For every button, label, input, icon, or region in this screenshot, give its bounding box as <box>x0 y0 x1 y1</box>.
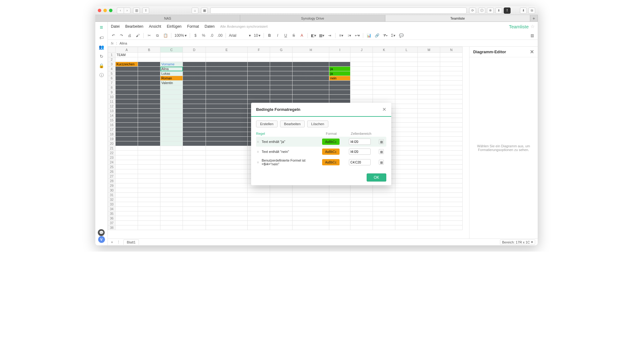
row-header-25[interactable]: 25 <box>108 165 116 169</box>
hamburger-icon[interactable]: ≡ <box>100 24 103 31</box>
cell-N12[interactable] <box>440 104 463 109</box>
minimize-window-icon[interactable] <box>103 9 107 12</box>
cell-A6[interactable] <box>116 76 138 81</box>
cell-E33[interactable] <box>206 202 248 207</box>
cell-E12[interactable] <box>206 104 248 109</box>
cell-N3[interactable] <box>440 62 463 67</box>
cell-E11[interactable] <box>206 99 248 104</box>
cell-A20[interactable] <box>116 141 138 146</box>
cell-H6[interactable]: Fan von Jon Prosser <box>293 76 329 81</box>
cell-A1[interactable]: TEAM <box>116 53 138 57</box>
cell-A11[interactable] <box>116 99 138 104</box>
cell-G34[interactable] <box>270 207 293 211</box>
downloads-icon[interactable]: ⬇ <box>520 7 527 14</box>
col-header-H[interactable]: H <box>293 47 329 53</box>
cell-C38[interactable] <box>160 225 183 230</box>
cell-M27[interactable] <box>418 174 440 179</box>
download-icon[interactable]: ⬇ <box>495 7 502 14</box>
cell-L14[interactable] <box>395 113 418 118</box>
col-header-N[interactable]: N <box>440 47 463 53</box>
row-header-30[interactable]: 30 <box>108 188 116 193</box>
cell-G30[interactable] <box>270 188 293 193</box>
cell-D16[interactable] <box>183 123 206 127</box>
row-header-16[interactable]: 16 <box>108 123 116 127</box>
cell-C9[interactable] <box>160 90 183 95</box>
cell-M36[interactable] <box>418 216 440 221</box>
cell-D36[interactable] <box>183 216 206 221</box>
cell-D27[interactable] <box>183 174 206 179</box>
cell-N6[interactable] <box>440 76 463 81</box>
cell-M13[interactable] <box>418 109 440 113</box>
cell-E23[interactable] <box>206 155 248 160</box>
cell-E22[interactable] <box>206 151 248 155</box>
cell-A13[interactable] <box>116 109 138 113</box>
cell-I32[interactable] <box>329 197 350 202</box>
cell-G4[interactable] <box>270 67 293 71</box>
home-icon[interactable]: ⌂ <box>192 7 198 14</box>
cell-L5[interactable] <box>395 71 418 76</box>
cell-K1[interactable] <box>373 53 395 57</box>
col-header-B[interactable]: B <box>138 47 160 53</box>
cell-B20[interactable] <box>138 141 160 146</box>
cell-C25[interactable] <box>160 165 183 169</box>
cell-D25[interactable] <box>183 165 206 169</box>
cell-E20[interactable] <box>206 141 248 146</box>
rule-row-2[interactable]: ≡Benutzerdefinierte Formel ist =$I4="nei… <box>256 157 386 168</box>
document-title[interactable]: Teamliste <box>509 24 529 29</box>
cell-C10[interactable] <box>160 95 183 99</box>
cell-L28[interactable] <box>395 179 418 183</box>
cell-M23[interactable] <box>418 155 440 160</box>
cell-M6[interactable] <box>418 76 440 81</box>
col-header-G[interactable]: G <box>270 47 293 53</box>
cell-C19[interactable] <box>160 137 183 141</box>
cell-A34[interactable] <box>116 207 138 211</box>
cell-L24[interactable] <box>395 160 418 165</box>
valign-icon[interactable]: ↕▾ <box>347 33 352 38</box>
cell-B8[interactable] <box>138 85 160 90</box>
cell-A19[interactable] <box>116 137 138 141</box>
cell-F34[interactable] <box>248 207 270 211</box>
cell-M12[interactable] <box>418 104 440 109</box>
cell-B10[interactable] <box>138 95 160 99</box>
cell-D11[interactable] <box>183 99 206 104</box>
cell-F10[interactable] <box>248 95 270 99</box>
cell-A2[interactable] <box>116 57 138 62</box>
rule-row-0[interactable]: ≡Text enthält "ja"AaBbCc▦ <box>256 137 386 147</box>
row-header-8[interactable]: 8 <box>108 85 116 90</box>
cell-A27[interactable] <box>116 174 138 179</box>
cell-C24[interactable] <box>160 160 183 165</box>
cell-M21[interactable] <box>418 146 440 151</box>
link-icon[interactable]: 🔗 <box>374 33 379 38</box>
cell-E9[interactable] <box>206 90 248 95</box>
cell-F3[interactable]: Mail <box>248 62 270 67</box>
cell-B31[interactable] <box>138 193 160 197</box>
browser-tab-teamliste[interactable]: Teamliste <box>385 15 530 21</box>
cell-F31[interactable] <box>248 193 270 197</box>
cell-L10[interactable] <box>395 95 418 99</box>
cell-N18[interactable] <box>440 132 463 137</box>
cell-A15[interactable] <box>116 118 138 123</box>
cell-F35[interactable] <box>248 211 270 216</box>
range-picker-icon[interactable]: ▦ <box>379 149 384 154</box>
cell-N10[interactable] <box>440 95 463 99</box>
cell-J4[interactable] <box>350 67 373 71</box>
cell-L17[interactable] <box>395 127 418 132</box>
edit-button[interactable]: Bearbeiten <box>280 121 305 127</box>
cell-N11[interactable] <box>440 99 463 104</box>
cell-J9[interactable] <box>350 90 373 95</box>
cell-H8[interactable] <box>293 85 329 90</box>
cell-G3[interactable]: Projekt <box>270 62 293 67</box>
copy-icon[interactable]: ⧉ <box>155 33 160 38</box>
cell-N1[interactable] <box>440 53 463 57</box>
cell-L22[interactable] <box>395 151 418 155</box>
cell-B27[interactable] <box>138 174 160 179</box>
cell-N36[interactable] <box>440 216 463 221</box>
cell-D14[interactable] <box>183 113 206 118</box>
cell-F37[interactable] <box>248 221 270 225</box>
cell-E26[interactable] <box>206 169 248 174</box>
font-family-dropdown[interactable]: Arial▾ <box>229 33 251 38</box>
cell-M18[interactable] <box>418 132 440 137</box>
cell-N7[interactable] <box>440 81 463 85</box>
cell-I30[interactable] <box>329 188 350 193</box>
cell-E16[interactable] <box>206 123 248 127</box>
